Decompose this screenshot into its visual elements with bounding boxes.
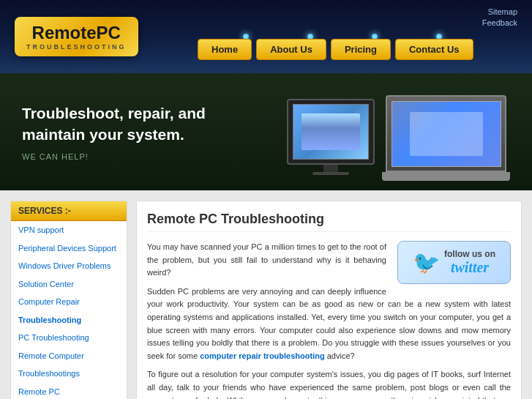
link-computer-repair[interactable]: computer repair troubleshooting bbox=[200, 351, 325, 360]
sidebar-remote-computer[interactable]: Remote Computer bbox=[11, 347, 127, 365]
nav-area: Home About Us Pricing Contact Us bbox=[198, 39, 473, 60]
sidebar: SERVICES :- VPN support Peripheral Devic… bbox=[10, 201, 127, 399]
nav-home[interactable]: Home bbox=[198, 39, 252, 60]
services-header: SERVICES :- bbox=[11, 201, 127, 221]
feedback-link[interactable]: Feedback bbox=[482, 18, 517, 27]
nav-about[interactable]: About Us bbox=[256, 39, 326, 60]
sidebar-windows-driver[interactable]: Windows Driver Problems bbox=[11, 257, 127, 275]
nav-contact[interactable]: Contact Us bbox=[395, 39, 473, 60]
logo-subtitle: TROUBLESHOOTING bbox=[26, 43, 127, 51]
logo-title: RemotePC bbox=[26, 23, 127, 43]
twitter-widget[interactable]: 🐦 follow us on twitter bbox=[397, 241, 511, 284]
hero-heading: Troubleshoot, repair, andmaintain your s… bbox=[22, 102, 206, 146]
sidebar-solution[interactable]: Solution Center bbox=[11, 275, 127, 294]
hero-monitor bbox=[283, 99, 378, 183]
sidebar-peripheral[interactable]: Peripheral Devices Support bbox=[11, 239, 127, 258]
top-links-area: Sitemap Feedback bbox=[482, 7, 517, 27]
sitemap-link[interactable]: Sitemap bbox=[488, 7, 517, 16]
content-wrapper: SERVICES :- VPN support Peripheral Devic… bbox=[0, 190, 532, 399]
main-content: Remote PC Troubleshooting 🐦 follow us on… bbox=[136, 201, 522, 399]
main-title: Remote PC Troubleshooting bbox=[147, 212, 511, 232]
hero-section: Troubleshoot, repair, andmaintain your s… bbox=[0, 73, 532, 190]
sidebar-pc-troubleshooting[interactable]: PC Troubleshooting bbox=[11, 329, 127, 347]
sidebar-computer-repair[interactable]: Computer Repair bbox=[11, 293, 127, 311]
hero-text: Troubleshoot, repair, andmaintain your s… bbox=[22, 102, 206, 162]
twitter-logo-text: twitter bbox=[444, 259, 495, 276]
nav-pricing[interactable]: Pricing bbox=[331, 39, 391, 60]
sidebar-vpn[interactable]: VPN support bbox=[11, 221, 127, 239]
top-bar: RemotePC TROUBLESHOOTING Home About Us P… bbox=[0, 0, 532, 73]
twitter-bird-icon: 🐦 bbox=[413, 250, 440, 275]
logo-area[interactable]: RemotePC TROUBLESHOOTING bbox=[15, 17, 138, 56]
twitter-follow-text: follow us on bbox=[444, 249, 495, 259]
main-para-3: To figure out a resolution for your comp… bbox=[147, 368, 511, 399]
sidebar-remote-pc[interactable]: Remote PC bbox=[11, 383, 127, 400]
sidebar-troubleshootings[interactable]: Troubleshootings bbox=[11, 365, 127, 383]
hero-laptop bbox=[386, 95, 510, 190]
sidebar-troubleshooting[interactable]: Troubleshooting bbox=[11, 311, 127, 329]
main-para-2: Sudden PC problems are very annoying and… bbox=[147, 286, 511, 363]
hero-subtext: WE CAN HELP! bbox=[22, 152, 206, 161]
